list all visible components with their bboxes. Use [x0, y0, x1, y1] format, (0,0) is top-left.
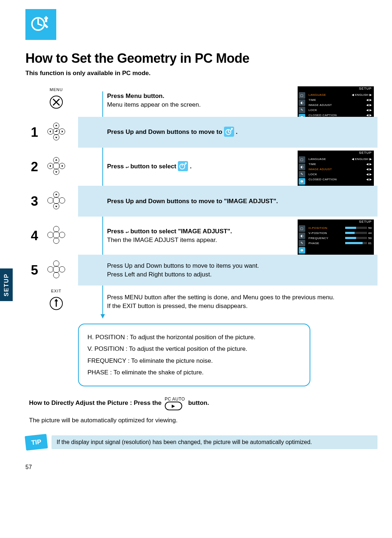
step-number: 3: [27, 194, 42, 209]
step2-text-a: Press: [107, 163, 126, 170]
pc-auto-button-icon: PC AUTO ▶: [165, 397, 185, 410]
svg-point-33: [48, 266, 53, 272]
step-intro-bold: Press Menu button.: [107, 93, 164, 99]
dpad-icon: [45, 156, 67, 177]
step-5: 5 Press Up and Down buttons to move to i…: [78, 255, 377, 286]
dpad-icon: [45, 190, 67, 212]
svg-line-2: [38, 24, 42, 25]
info-line: FREQUENCY : To eliminate the picture noi…: [87, 355, 301, 367]
auto-optimize-text: The picture will be automatically optimi…: [29, 417, 377, 424]
tip-row: TIP If the display input signal (resolut…: [25, 435, 377, 449]
step-1: 1 Press Up and Down buttons to move to .: [78, 117, 377, 148]
step-4: 4 Press ↵ button to select "IMAGE ADJUST…: [78, 220, 377, 251]
svg-point-34: [59, 266, 65, 272]
exit-button-icon: EXIT: [45, 289, 67, 315]
step2-text-b: button to select: [128, 163, 178, 170]
svg-point-28: [48, 232, 53, 238]
dpad-icon: [45, 259, 67, 281]
step4-text-a: Press: [107, 228, 126, 235]
info-box: H. POSITION : To adjust the horizontal p…: [78, 324, 310, 386]
svg-point-30: [53, 231, 60, 238]
step1-text-b: .: [236, 128, 238, 135]
step-3: 3 Press Up and Down buttons to move to "…: [78, 186, 377, 217]
page-title: How to Set the Geometry in PC Mode: [25, 51, 377, 66]
step4-text: Then the IMAGE ADJUST items appear.: [107, 237, 217, 243]
step-number: 5: [27, 263, 42, 278]
exit-text2: If the EXIT button is pressed, the menu …: [107, 303, 248, 309]
svg-point-23: [48, 197, 53, 203]
step5-text2: Press Left and Right buttons to adjust.: [107, 271, 212, 278]
step1-text-a: Press Up and Down buttons to move to: [107, 128, 222, 135]
info-line: V. POSITION : To adjust the vertical pos…: [87, 343, 301, 355]
step5-text1: Press Up and Down buttons to move to ite…: [107, 262, 259, 269]
setup-clock-wrench-icon: [25, 9, 56, 40]
svg-point-18: [53, 163, 60, 169]
page-number: 57: [25, 464, 377, 471]
step-number: 1: [27, 125, 42, 140]
tip-text: If the display input signal (resolution)…: [52, 435, 377, 449]
step-number: 4: [27, 228, 42, 243]
svg-point-27: [53, 238, 59, 243]
direct-text-a: How to Directly Adjust the Picture : Pre…: [29, 400, 162, 407]
direct-adjust-row: How to Directly Adjust the Picture : Pre…: [29, 397, 377, 410]
svg-point-29: [59, 232, 65, 238]
step2-text-c: .: [190, 163, 192, 170]
step-intro-text: Menu items appear on the screen.: [107, 101, 201, 108]
section-tab: SETUP: [0, 268, 13, 301]
steps-container: MENU Press Menu button. Menu items appea…: [25, 88, 377, 315]
svg-point-35: [53, 266, 60, 272]
tip-badge: TIP: [25, 434, 48, 451]
setup-inline-icon: [178, 161, 188, 171]
step-2: 2 Press ↵ button to select . SETUP: [78, 151, 377, 182]
step3-text: Press Up and Down buttons to move to "IM…: [107, 198, 278, 205]
info-line: H. POSITION : To adjust the horizontal p…: [87, 332, 301, 343]
direct-text-b: button.: [188, 400, 209, 407]
svg-point-31: [53, 260, 59, 266]
svg-point-26: [53, 226, 59, 232]
page-subtitle: This function is only available in PC mo…: [25, 70, 377, 77]
step-exit: EXIT Press MENU button after the setting…: [78, 289, 377, 315]
info-line: PHASE : To eliminate the shake of pictur…: [87, 367, 301, 378]
svg-point-32: [53, 272, 59, 278]
step-number: 2: [27, 159, 42, 174]
svg-line-13: [228, 132, 230, 133]
step-intro: MENU Press Menu button. Menu items appea…: [78, 88, 377, 113]
page-content: How to Set the Geometry in PC Mode This …: [25, 0, 392, 478]
menu-button-icon: MENU: [45, 87, 67, 114]
svg-point-24: [59, 197, 65, 203]
exit-text1: Press MENU button after the setting is d…: [107, 294, 335, 301]
dpad-icon: [45, 122, 67, 143]
setup-inline-icon: [224, 127, 234, 137]
svg-point-25: [53, 197, 60, 204]
step4-text-b: button to select "IMAGE ADJUST".: [128, 228, 232, 235]
dpad-icon: [45, 225, 67, 246]
